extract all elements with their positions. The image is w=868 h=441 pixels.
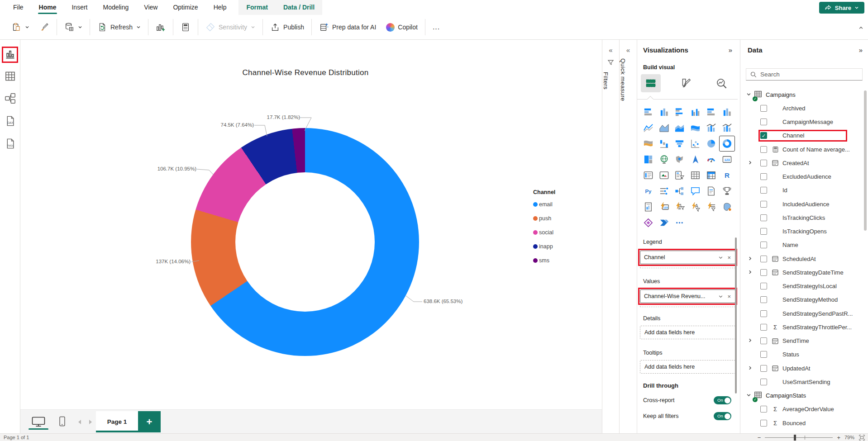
viz-icon-power-apps[interactable] xyxy=(640,215,656,231)
viz-icon-paginated-report[interactable] xyxy=(640,199,656,215)
viz-pane-scrollbar[interactable] xyxy=(735,237,737,394)
field-checkbox[interactable] xyxy=(760,296,767,303)
field-row-SendStrategyIsLocal[interactable]: SendStrategyIsLocal xyxy=(740,280,868,293)
chevron-right-icon[interactable] xyxy=(747,269,753,276)
chevron-down-icon[interactable] xyxy=(746,91,752,98)
zoom-out-button[interactable]: − xyxy=(758,434,761,441)
viz-icon-100-stacked-bar-chart[interactable] xyxy=(703,104,719,120)
viz-icon-scatter-chart[interactable] xyxy=(687,136,703,152)
field-checkbox[interactable] xyxy=(760,269,767,276)
collapse-data-pane-icon[interactable]: » xyxy=(859,46,863,54)
field-row-UpdatedAt[interactable]: UpdatedAt xyxy=(740,361,868,375)
viz-icon-area-chart[interactable] xyxy=(656,120,672,136)
viz-icon-funnel-chart[interactable] xyxy=(672,136,688,152)
viz-icon-100-stacked-area-chart[interactable] xyxy=(687,120,703,136)
get-data-button[interactable] xyxy=(59,18,87,36)
chevron-down-icon[interactable] xyxy=(746,392,752,399)
field-row-SendStrategyDateTime[interactable]: SendStrategyDateTime xyxy=(740,266,868,279)
table-view-button[interactable] xyxy=(4,70,16,82)
chevron-right-icon[interactable] xyxy=(747,365,753,372)
tab-build-visual[interactable] xyxy=(641,74,661,92)
new-visual-button[interactable] xyxy=(151,18,171,36)
menu-format[interactable]: Format xyxy=(238,0,275,15)
data-pane-scrollbar[interactable] xyxy=(864,90,867,231)
viz-icon-new-list-slicer[interactable] xyxy=(703,199,719,215)
field-row-Channel[interactable]: ✓Channel xyxy=(740,129,868,142)
viz-icon-azure-map[interactable] xyxy=(687,152,703,167)
prep-data-ai-button[interactable]: Prep data for AI xyxy=(314,18,381,36)
viz-icon-clustered-column-chart[interactable] xyxy=(687,104,703,120)
viz-icon-key-influencers[interactable] xyxy=(656,183,672,199)
viz-icon-line-and-stacked-column-chart[interactable] xyxy=(703,120,719,136)
dax-query-view-button[interactable]: DAX xyxy=(4,115,16,127)
viz-icon-waterfall-chart[interactable] xyxy=(656,136,672,152)
quick-measure-pane-label[interactable]: Quick measure xyxy=(620,58,626,101)
field-row-CampaignMessage[interactable]: CampaignMessage xyxy=(740,115,868,129)
field-row-IsTrackingOpens[interactable]: IsTrackingOpens xyxy=(740,225,868,238)
viz-icon-new-slicer[interactable] xyxy=(672,199,688,215)
report-canvas[interactable]: Channel-Wise Revenue Distribution 17.7K … xyxy=(20,40,602,409)
field-checkbox[interactable] xyxy=(760,351,767,358)
next-page-button[interactable] xyxy=(89,420,92,424)
field-checkbox[interactable] xyxy=(760,228,767,235)
zoom-slider[interactable] xyxy=(765,437,833,438)
field-checkbox[interactable] xyxy=(760,406,767,413)
field-checkbox[interactable] xyxy=(760,420,767,427)
values-field-well[interactable]: Channel-Wise Revenu... × xyxy=(640,289,735,303)
viz-icon-card[interactable]: 123 xyxy=(719,152,735,167)
field-row-SendTime[interactable]: SendTime xyxy=(740,334,868,348)
chevron-right-icon[interactable] xyxy=(747,256,753,262)
chevron-right-icon[interactable] xyxy=(747,337,753,344)
values-drop-zone[interactable] xyxy=(640,303,735,307)
viz-icon-decomposition-tree[interactable] xyxy=(672,183,688,199)
field-checkbox[interactable] xyxy=(760,379,767,385)
legend-item-email[interactable]: email xyxy=(533,200,555,208)
field-checkbox[interactable] xyxy=(760,214,767,221)
viz-icon-more-visuals[interactable] xyxy=(672,215,688,231)
search-input[interactable]: Search xyxy=(746,68,863,81)
viz-icon-100-stacked-column-chart[interactable] xyxy=(719,104,735,120)
add-page-button[interactable]: + xyxy=(138,411,161,432)
donut-ring[interactable] xyxy=(191,128,419,356)
legend-field-well[interactable]: Channel × xyxy=(640,251,735,264)
collapse-ribbon-button[interactable] xyxy=(858,25,863,32)
viz-icon-map[interactable] xyxy=(656,152,672,167)
viz-icon-gauge[interactable] xyxy=(703,152,719,167)
viz-icon-treemap[interactable] xyxy=(640,152,656,167)
viz-icon-power-automate[interactable] xyxy=(656,215,672,231)
model-view-button[interactable] xyxy=(4,92,16,104)
remove-field-icon[interactable]: × xyxy=(727,293,731,300)
viz-icon-filled-map[interactable] xyxy=(672,152,688,167)
field-row-SendStrategySendPastR-[interactable]: SendStrategySendPastR... xyxy=(740,307,868,320)
viz-icon-line-chart[interactable] xyxy=(640,120,656,136)
viz-icon-line-and-clustered-column-chart[interactable] xyxy=(719,120,735,136)
chevron-down-icon[interactable] xyxy=(718,294,723,299)
field-row-Bounced[interactable]: ΣBounced xyxy=(740,416,868,430)
menu-data-drill[interactable]: Data / Drill xyxy=(276,0,322,15)
menu-view[interactable]: View xyxy=(136,0,165,15)
viz-icon-metrics[interactable] xyxy=(719,183,735,199)
field-row-Name[interactable]: Name xyxy=(740,238,868,252)
details-drop-zone[interactable]: Add data fields here xyxy=(640,326,735,339)
viz-icon-stacked-column-chart[interactable] xyxy=(656,104,672,120)
menu-modeling[interactable]: Modeling xyxy=(95,0,136,15)
viz-icon-python-visual[interactable]: Py xyxy=(640,183,656,199)
viz-icon-clustered-bar-chart[interactable] xyxy=(672,104,688,120)
field-checkbox[interactable] xyxy=(760,105,767,112)
filters-pane-label[interactable]: Filters xyxy=(602,72,609,90)
viz-icon-stacked-area-chart[interactable] xyxy=(672,120,688,136)
paste-button[interactable] xyxy=(6,18,34,36)
field-row-Count-of-Name-average-[interactable]: Count of Name average... xyxy=(740,142,868,156)
tab-format-visual[interactable] xyxy=(676,74,696,92)
field-checkbox[interactable] xyxy=(760,173,767,180)
viz-icon-stacked-bar-chart[interactable] xyxy=(640,104,656,120)
viz-icon-donut-chart[interactable] xyxy=(719,136,735,152)
tmdl-view-button[interactable]: TMDL xyxy=(4,138,16,150)
previous-page-button[interactable] xyxy=(78,420,81,424)
mobile-view-button[interactable] xyxy=(57,415,67,429)
tab-analytics[interactable] xyxy=(711,74,731,92)
viz-icon-table[interactable] xyxy=(687,167,703,183)
share-button[interactable]: Share xyxy=(819,2,864,14)
copilot-button[interactable]: Copilot xyxy=(381,18,423,36)
zoom-in-button[interactable]: + xyxy=(837,434,840,441)
